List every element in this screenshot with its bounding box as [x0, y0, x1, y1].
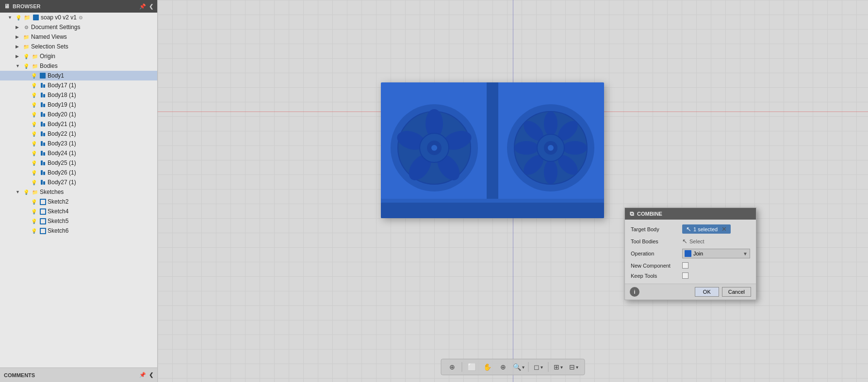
bulb-icon: 💡 — [22, 52, 30, 60]
new-component-label: New Component — [631, 263, 679, 269]
sidebar-body: ▼ 💡 📁 soap v0 v2 v1 ⚙ ▶ ⚙ Document Setti… — [0, 13, 157, 367]
ok-button[interactable]: OK — [695, 287, 719, 297]
toolbar-zoom-btn[interactable]: 🔍▾ — [512, 361, 525, 373]
chevron-icon[interactable]: ❮ — [149, 3, 153, 10]
bulb-dim-icon: 💡 — [30, 149, 38, 157]
sidebar-item-selection-sets[interactable]: ▶ 📁 Selection Sets — [0, 42, 157, 51]
combine-icon: ⧉ — [630, 210, 634, 217]
app-container: 🖥 BROWSER 📌 ❮ ▼ 💡 📁 soap v0 v2 v1 ⚙ — [0, 0, 868, 382]
sidebar-item-sketch6[interactable]: 💡 Sketch6 — [0, 226, 157, 236]
tool-bodies-row: Tool Bodies ↖ Select — [631, 238, 750, 245]
toolbar-grid-btn[interactable]: ⊞▾ — [552, 361, 565, 373]
sidebar-item-body21[interactable]: 💡 Body21 (1) — [0, 119, 157, 129]
tool-bodies-select-btn[interactable]: ↖ Select — [682, 238, 704, 245]
footer-pin-icon[interactable]: 📌 — [139, 372, 146, 378]
bulb-dim-icon: 💡 — [30, 101, 38, 109]
new-component-checkbox[interactable] — [682, 262, 688, 269]
sidebar-item-body26[interactable]: 💡 Body26 (1) — [0, 168, 157, 177]
dropdown-chevron-icon: ▼ — [743, 251, 748, 256]
tree-root-item[interactable]: ▼ 💡 📁 soap v0 v2 v1 ⚙ — [0, 13, 157, 22]
footer-controls: 📌 ❮ — [139, 372, 153, 378]
sidebar-item-bodies[interactable]: ▼ 💡 📁 Bodies — [0, 61, 157, 71]
sidebar-item-document-settings[interactable]: ▶ ⚙ Document Settings — [0, 22, 157, 32]
info-button[interactable]: i — [630, 287, 639, 297]
toolbar-rect-btn[interactable]: ⬜ — [465, 361, 479, 373]
bulb-dim-icon: 💡 — [30, 91, 38, 99]
bulb-dim-icon: 💡 — [30, 169, 38, 176]
bulb-dim-icon: 💡 — [30, 120, 38, 128]
sidebar-item-body18[interactable]: 💡 Body18 (1) — [0, 90, 157, 100]
sidebar-item-body25[interactable]: 💡 Body25 (1) — [0, 158, 157, 168]
svg-point-18 — [563, 141, 587, 155]
root-settings-icon[interactable]: ⚙ — [79, 15, 83, 20]
svg-rect-3 — [487, 82, 498, 199]
body27-label: Body27 (1) — [48, 179, 76, 186]
body20-label: Body20 (1) — [48, 111, 76, 118]
sidebar-item-body1[interactable]: 💡 Body1 — [0, 71, 157, 80]
cancel-button[interactable]: Cancel — [722, 287, 751, 297]
sidebar-item-body19[interactable]: 💡 Body19 (1) — [0, 100, 157, 110]
bulb-dim-icon: 💡 — [30, 130, 38, 138]
sidebar-item-body23[interactable]: 💡 Body23 (1) — [0, 139, 157, 148]
toolbar-orbit-btn[interactable]: ⊕ — [496, 361, 510, 373]
sidebar-item-origin[interactable]: ▶ 💡 📁 Origin — [0, 51, 157, 61]
body25-label: Body25 (1) — [48, 159, 76, 166]
sketch2-label: Sketch2 — [48, 198, 68, 205]
root-folder-icon: 📁 — [23, 14, 31, 21]
target-body-badge[interactable]: ↖ 1 selected ✕ — [682, 224, 731, 234]
operation-value: Join ▼ — [682, 249, 750, 258]
sidebar-item-sketch4[interactable]: 💡 Sketch4 — [0, 207, 157, 216]
close-badge-icon[interactable]: ✕ — [721, 225, 727, 233]
folder-icon: 📁 — [31, 62, 39, 70]
keep-tools-checkbox[interactable] — [682, 272, 688, 279]
sketch-icon — [39, 198, 47, 206]
origin-label: Origin — [40, 53, 55, 60]
sidebar-item-sketches[interactable]: ▼ 💡 📁 Sketches — [0, 187, 157, 197]
sketch-icon — [39, 207, 47, 215]
operation-row: Operation Join ▼ — [631, 249, 750, 258]
sidebar-item-named-views[interactable]: ▶ 📁 Named Views — [0, 32, 157, 42]
bulb-icon: 💡 — [30, 72, 38, 80]
select-cursor-icon: ↖ — [682, 238, 688, 245]
viewport-toolbar: ⊕ ⬜ ✋ ⊕ 🔍▾ ◻▾ ⊞▾ ⊟▾ — [441, 359, 585, 375]
sidebar-title: 🖥 BROWSER — [4, 3, 40, 10]
doc-settings-chevron: ▶ — [16, 25, 22, 30]
body21-label: Body21 (1) — [48, 121, 76, 127]
toolbar-view-btn[interactable]: ⊟▾ — [567, 361, 581, 373]
body23-label: Body23 (1) — [48, 140, 76, 147]
multi-body-icon — [39, 81, 47, 89]
svg-rect-27 — [381, 203, 604, 218]
sidebar-footer: COMMENTS 📌 ❮ — [0, 367, 157, 382]
sidebar-item-body27[interactable]: 💡 Body27 (1) — [0, 177, 157, 187]
operation-dropdown[interactable]: Join ▼ — [682, 249, 750, 258]
sidebar-item-sketch5[interactable]: 💡 Sketch5 — [0, 216, 157, 226]
root-label: soap v0 v2 v1 — [41, 14, 77, 21]
pin-icon[interactable]: 📌 — [139, 3, 146, 10]
sidebar-item-body20[interactable]: 💡 Body20 (1) — [0, 110, 157, 119]
svg-point-26 — [548, 145, 554, 151]
root-icon: 💡 — [15, 14, 22, 21]
sidebar-item-sketch2[interactable]: 💡 Sketch2 — [0, 197, 157, 207]
sidebar-header: 🖥 BROWSER 📌 ❮ — [0, 0, 157, 13]
bulb-dim-icon: 💡 — [30, 207, 38, 215]
origin-chevron: ▶ — [16, 54, 22, 59]
multi-body-icon — [39, 101, 47, 109]
combine-dialog: ⧉ COMBINE Target Body ↖ 1 selected ✕ — [624, 207, 756, 300]
toolbar-pan-btn[interactable]: ✋ — [481, 361, 494, 373]
selection-sets-label: Selection Sets — [31, 43, 68, 50]
toolbar-display-btn[interactable]: ◻▾ — [532, 361, 545, 373]
sketches-chevron: ▼ — [16, 190, 22, 194]
target-body-row: Target Body ↖ 1 selected ✕ — [631, 224, 750, 234]
footer-chevron-icon[interactable]: ❮ — [149, 372, 153, 378]
sidebar-item-body24[interactable]: 💡 Body24 (1) — [0, 148, 157, 158]
sketch-icon — [39, 227, 47, 235]
new-component-row: New Component — [631, 262, 750, 269]
svg-point-22 — [514, 141, 539, 155]
named-views-label: Named Views — [31, 33, 67, 40]
sketch4-label: Sketch4 — [48, 208, 68, 215]
separator2 — [528, 362, 529, 372]
sidebar-item-body22[interactable]: 💡 Body22 (1) — [0, 129, 157, 139]
sidebar-item-body17[interactable]: 💡 Body17 (1) — [0, 80, 157, 90]
toolbar-snap-btn[interactable]: ⊕ — [445, 361, 459, 373]
comments-label: COMMENTS — [4, 372, 35, 378]
